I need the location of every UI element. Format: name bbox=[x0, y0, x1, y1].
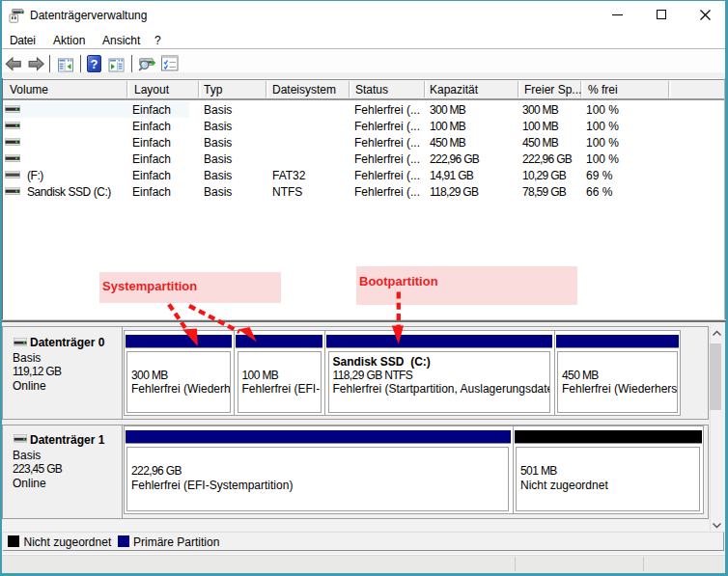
svg-text:?: ? bbox=[91, 57, 98, 71]
